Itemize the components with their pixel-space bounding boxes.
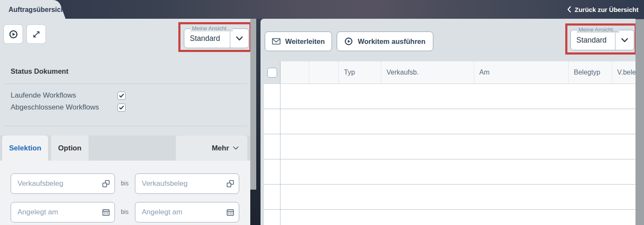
select-all-checkbox[interactable] <box>267 68 277 78</box>
right-panel-scrollbar[interactable] <box>635 19 644 225</box>
tab-selektion[interactable]: Selektion <box>2 136 48 161</box>
view-selector-label: Meine Ansicht... <box>577 26 619 33</box>
value-help-icon[interactable] <box>226 180 234 188</box>
chevron-down-icon <box>233 146 239 150</box>
running-workflows-checkbox[interactable] <box>117 92 126 100</box>
column-header[interactable] <box>280 61 309 84</box>
verkaufsbeleg-from-input[interactable] <box>11 174 114 193</box>
back-to-overview-link[interactable]: Zurück zur Übersicht <box>567 0 638 19</box>
my-view-selector[interactable]: Meine Ansicht... Standard <box>570 30 634 50</box>
tab-title: Auftragsübersicht <box>9 0 67 19</box>
chevron-down-icon[interactable] <box>615 30 634 50</box>
value-help-icon[interactable] <box>102 180 110 188</box>
running-workflows-label: Laufende Workflows <box>11 91 76 100</box>
select-all-cell <box>264 61 280 84</box>
angelegt-am-to-input[interactable] <box>135 202 239 222</box>
envelope-icon <box>272 38 280 45</box>
worklist-panel: Weiterleiten Workitem ausführen Meine An… <box>260 19 635 225</box>
completed-workflows-row: Abgeschlossene Workflows <box>11 103 240 112</box>
column-header-vbeleg[interactable]: V.beleg <box>612 61 635 84</box>
verkaufsbeleg-from-field[interactable] <box>11 173 115 194</box>
more-button[interactable]: Mehr <box>176 136 247 161</box>
calendar-icon[interactable] <box>102 208 110 216</box>
completed-workflows-label: Abgeschlossene Workflows <box>11 103 99 112</box>
execute-button-label: Workitem ausführen <box>358 38 425 46</box>
completed-workflows-checkbox[interactable] <box>117 104 126 112</box>
play-circle-icon <box>9 30 18 39</box>
verkaufsbeleg-filter-row: bis <box>0 173 250 194</box>
worklist-table: Typ Verkaufsb. Am Belegtyp V.beleg <box>264 61 635 225</box>
table-row[interactable] <box>264 210 635 225</box>
left-panel-scrollbar[interactable] <box>250 19 256 190</box>
filter-tabstrip: Selektion Option Mehr <box>0 136 250 161</box>
play-circle-icon <box>344 37 353 46</box>
running-workflows-row: Laufende Workflows <box>11 91 240 101</box>
selektion-tab-content: bis bis <box>0 161 250 225</box>
bis-label: bis <box>121 208 129 215</box>
chevron-left-icon <box>567 6 571 13</box>
my-view-selector[interactable]: Meine Ansicht... Standard <box>184 29 249 48</box>
column-header[interactable] <box>309 61 339 84</box>
column-header-belegtyp[interactable]: Belegtyp <box>569 61 612 84</box>
column-header-typ[interactable]: Typ <box>339 61 381 84</box>
view-selector-label: Meine Ansicht... <box>190 25 233 32</box>
filter-panel: Meine Ansicht... Standard Status Dokumen… <box>0 19 250 225</box>
expand-panel-button[interactable] <box>26 24 46 44</box>
top-bar: Zurück zur Übersicht <box>0 0 644 19</box>
chevron-down-icon[interactable] <box>230 29 249 48</box>
divider <box>3 84 247 84</box>
table-row[interactable] <box>264 109 635 134</box>
tab-option[interactable]: Option <box>51 136 89 161</box>
status-section-title: Status Dokument <box>11 67 69 75</box>
expand-diagonal-icon <box>32 30 40 38</box>
calendar-icon[interactable] <box>226 208 234 216</box>
more-button-label: Mehr <box>212 144 229 153</box>
forward-button[interactable]: Weiterleiten <box>265 32 332 51</box>
back-link-label: Zurück zur Übersicht <box>575 6 638 13</box>
verkaufsbeleg-to-input[interactable] <box>135 174 239 193</box>
angelegt-am-from-field[interactable] <box>11 202 115 222</box>
column-header-am[interactable]: Am <box>474 61 569 84</box>
forward-button-label: Weiterleiten <box>285 38 325 46</box>
table-row[interactable] <box>264 134 635 159</box>
execute-workitem-button[interactable]: Workitem ausführen <box>337 32 433 51</box>
table-header-row: Typ Verkaufsb. Am Belegtyp V.beleg <box>264 61 635 84</box>
table-row[interactable] <box>264 159 635 185</box>
bis-label: bis <box>121 180 129 187</box>
verkaufsbeleg-to-field[interactable] <box>135 173 239 194</box>
table-row[interactable] <box>264 84 635 109</box>
table-row[interactable] <box>264 185 635 210</box>
run-workflow-button[interactable] <box>3 24 23 44</box>
angelegt-am-filter-row: bis <box>0 202 250 222</box>
divider <box>3 126 247 126</box>
angelegt-am-from-input[interactable] <box>11 202 114 222</box>
column-header-verkaufsb[interactable]: Verkaufsb. <box>381 61 474 84</box>
view-selector-value: Standard <box>571 30 615 50</box>
app-window: Zurück zur Übersicht Auftragsübersicht M… <box>0 0 644 225</box>
view-selector-value: Standard <box>184 29 230 48</box>
angelegt-am-to-field[interactable] <box>135 202 239 222</box>
